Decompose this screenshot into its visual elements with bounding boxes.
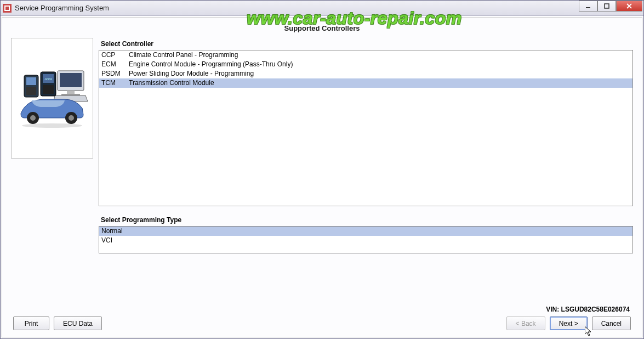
app-window: Service Programming System www.car-auto-… [0,0,644,339]
svg-rect-6 [67,91,75,94]
page-title: Supported Controllers [7,20,637,36]
svg-rect-1 [5,7,9,10]
controller-row[interactable]: PSDMPower Sliding Door Module - Programm… [99,69,632,78]
svg-rect-11 [26,87,36,95]
maximize-button[interactable] [597,1,616,12]
controller-desc: Engine Control Module - Programming (Pas… [129,60,630,69]
controller-row[interactable]: TCMTransmission Control Module [99,78,632,88]
controller-code: CCP [101,51,129,59]
controller-desc: Climate Control Panel - Programming [129,51,630,59]
app-icon [3,4,12,13]
device-illustration-icon: J2534 [16,65,88,131]
next-button[interactable]: Next > [550,317,588,330]
svg-rect-10 [26,77,36,85]
controller-desc: Power Sliding Door Module - Programming [129,70,630,78]
content-area: Supported Controllers [2,17,642,337]
progtype-row[interactable]: Normal [99,227,632,236]
svg-point-17 [30,115,36,121]
progtype-listbox[interactable]: NormalVCI [99,226,633,253]
svg-rect-5 [60,73,82,87]
ecu-data-button[interactable]: ECU Data [54,317,102,330]
window-controls [579,1,642,12]
controller-code: PSDM [101,70,129,78]
back-button[interactable]: < Back [506,317,545,330]
right-panel: Select Controller CCPClimate Control Pan… [99,38,633,302]
controller-panel-label: Select Controller [99,38,633,50]
main-area: J2534 Select Controller CCPClimate Contr… [7,36,637,302]
svg-rect-2 [586,7,590,8]
progtype-panel: Select Programming Type NormalVCI [99,214,633,253]
controller-code: TCM [101,79,129,87]
controller-listbox[interactable]: CCPClimate Control Panel - ProgrammingEC… [99,50,633,206]
vin-value: LSGUD82C58E026074 [561,306,630,313]
titlebar: Service Programming System [1,1,643,16]
svg-rect-3 [605,4,609,8]
controller-panel: Select Controller CCPClimate Control Pan… [99,38,633,206]
controller-row[interactable]: ECMEngine Control Module - Programming (… [99,60,632,69]
svg-text:J2534: J2534 [44,77,52,81]
progtype-panel-label: Select Programming Type [99,214,633,226]
controller-row[interactable]: CCPClimate Control Panel - Programming [99,50,632,60]
controller-desc: Transmission Control Module [129,79,630,87]
button-bar: Print ECU Data < Back Next > Cancel [7,314,637,335]
print-button[interactable]: Print [13,317,49,330]
vin-row: VIN: LSGUD82C58E026074 [7,302,637,314]
cancel-button[interactable]: Cancel [592,317,631,330]
progtype-label: VCI [101,236,112,245]
controller-code: ECM [101,60,129,69]
progtype-label: Normal [101,227,123,235]
progtype-row[interactable]: VCI [99,236,632,245]
window-title: Service Programming System [15,4,109,12]
svg-rect-15 [43,85,54,94]
svg-point-19 [69,115,74,121]
minimize-button[interactable] [579,1,597,12]
close-button[interactable] [616,1,642,12]
vin-label: VIN: [546,306,559,313]
device-image-panel: J2534 [11,38,93,159]
svg-point-20 [22,123,82,128]
